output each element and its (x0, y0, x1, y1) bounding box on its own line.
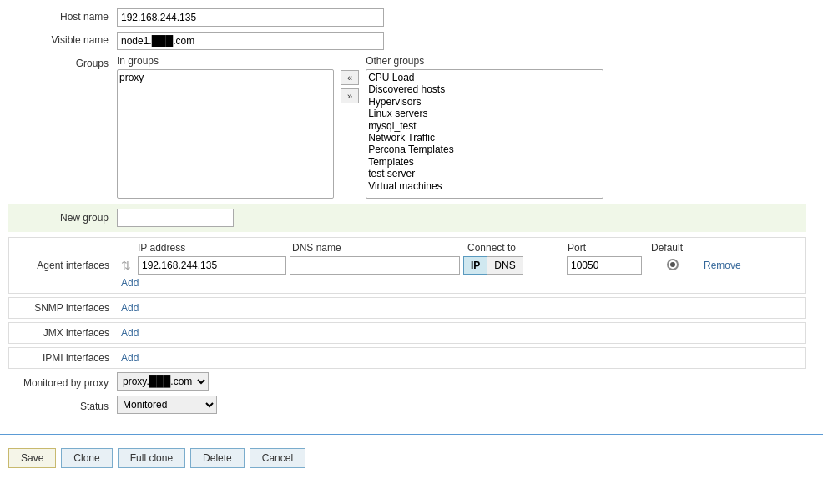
host-form: Host name Visible name Groups In groups … (0, 0, 823, 427)
snmp-label: SNMP interfaces (9, 302, 118, 314)
ip-address-col-header: IP address (138, 242, 292, 254)
agent-add-row: Add (121, 277, 802, 289)
status-select[interactable]: Monitored Not monitored (117, 396, 217, 414)
in-groups-list[interactable]: proxy (117, 69, 334, 199)
in-groups-label: In groups (117, 55, 334, 67)
port-col-header: Port (568, 242, 651, 254)
agent-interfaces-content: IP address DNS name Connect to Port Defa… (118, 242, 805, 289)
visiblename-input[interactable] (117, 32, 384, 50)
connect-to-buttons: IP DNS (463, 256, 563, 275)
groups-content: In groups proxy « » Other groups CPU Loa… (117, 55, 603, 199)
other-groups-label: Other groups (366, 55, 603, 67)
status-row: Status Monitored Not monitored (8, 396, 806, 414)
connect-dns-btn[interactable]: DNS (487, 256, 523, 275)
connect-ip-btn[interactable]: IP (463, 256, 487, 275)
other-groups-list[interactable]: CPU Load Discovered hosts Hypervisors Li… (366, 69, 603, 199)
dns-name-col-header: DNS name (292, 242, 467, 254)
proxy-row: Monitored by proxy proxy.███.com (8, 372, 806, 391)
remove-link[interactable]: Remove (704, 260, 741, 271)
agent-interface-data-row: ⇅ IP DNS Remove (121, 256, 802, 275)
groups-label: Groups (8, 55, 117, 69)
jmx-label: JMX interfaces (9, 327, 118, 339)
default-col-header: Default (651, 242, 709, 254)
dns-name-input[interactable] (290, 256, 460, 275)
new-group-row: New group (8, 204, 806, 232)
port-input[interactable] (567, 256, 642, 275)
other-groups-section: Other groups CPU Load Discovered hosts H… (366, 55, 603, 199)
monitored-by-label: Monitored by proxy (8, 375, 117, 389)
new-group-label: New group (8, 212, 117, 224)
agent-interfaces-headers: IP address DNS name Connect to Port Defa… (121, 242, 802, 254)
status-label: Status (8, 398, 117, 412)
arrow-right-btn[interactable]: » (341, 88, 359, 103)
ip-address-input[interactable] (138, 256, 286, 275)
connect-to-col-header: Connect to (467, 242, 568, 254)
in-groups-section: In groups proxy (117, 55, 334, 199)
arrow-buttons: « » (341, 55, 359, 103)
hostname-label: Host name (8, 8, 117, 23)
agent-interfaces-row: Agent interfaces IP address DNS name Con… (8, 237, 806, 294)
jmx-content: Add (118, 327, 805, 339)
ipmi-content: Add (118, 352, 805, 364)
arrow-left-btn[interactable]: « (341, 70, 359, 85)
snmp-add-link[interactable]: Add (121, 302, 139, 314)
default-radio-cell (645, 259, 704, 273)
agent-add-link[interactable]: Add (121, 277, 139, 289)
ipmi-interfaces-row: IPMI interfaces Add (8, 347, 806, 369)
hostname-row: Host name (8, 8, 806, 27)
new-group-input[interactable] (117, 209, 234, 227)
groups-row: Groups In groups proxy « » Other groups … (8, 55, 806, 199)
fullclone-button[interactable]: Full clone (118, 448, 185, 468)
footer-divider (0, 434, 823, 435)
jmx-interfaces-row: JMX interfaces Add (8, 322, 806, 344)
drag-handle[interactable]: ⇅ (121, 259, 138, 272)
hostname-input[interactable] (117, 8, 384, 27)
jmx-add-link[interactable]: Add (121, 327, 139, 339)
delete-button[interactable]: Delete (190, 448, 245, 468)
footer-buttons: Save Clone Full clone Delete Cancel (0, 441, 823, 475)
snmp-content: Add (118, 302, 805, 314)
cancel-button[interactable]: Cancel (250, 448, 305, 468)
visiblename-label: Visible name (8, 32, 117, 46)
default-radio[interactable] (667, 259, 679, 270)
clone-button[interactable]: Clone (61, 448, 112, 468)
visiblename-row: Visible name (8, 32, 806, 50)
remove-cell: Remove (704, 260, 754, 271)
ipmi-label: IPMI interfaces (9, 352, 118, 364)
save-button[interactable]: Save (8, 448, 56, 468)
proxy-select[interactable]: proxy.███.com (117, 372, 209, 391)
agent-interfaces-label: Agent interfaces (9, 260, 118, 271)
ipmi-add-link[interactable]: Add (121, 352, 139, 364)
snmp-interfaces-row: SNMP interfaces Add (8, 297, 806, 319)
